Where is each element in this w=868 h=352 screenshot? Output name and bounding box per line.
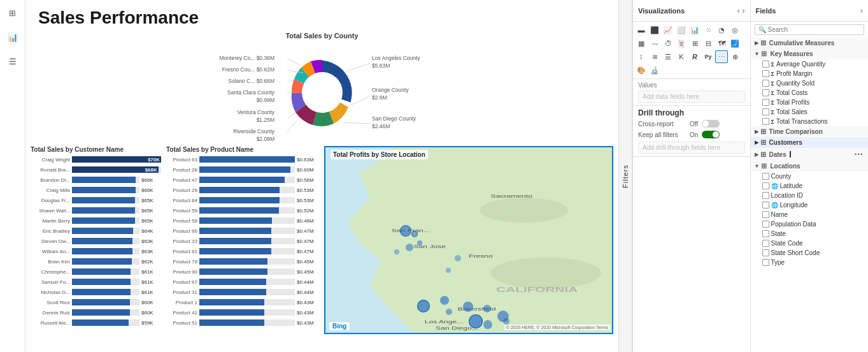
viz-icon-bar[interactable]: ▬ [635, 24, 648, 36]
field-total-sales[interactable]: Σ Total Sales [751, 107, 869, 117]
viz-icon-filled-map[interactable]: 🗾 [729, 37, 741, 50]
group-dates-header[interactable]: ▶ ⊞ Dates ⋯ [751, 148, 869, 161]
field-total-profits[interactable]: Σ Total Profits [751, 98, 869, 107]
sidebar-icon-grid[interactable]: ⊞ [5, 5, 20, 20]
field-state-short-code-label: State Short Code [771, 249, 820, 256]
bar-track [199, 319, 295, 326]
group-locations-header[interactable]: ▼ ⊞ Locations [751, 161, 869, 172]
viz-icon-funnel[interactable]: ⏖ [648, 37, 661, 50]
viz-icon-treemap[interactable]: ▦ [635, 37, 648, 50]
viz-icon-ribbon[interactable]: ≋ [648, 50, 661, 63]
field-population[interactable]: Population Data [751, 219, 869, 229]
keep-filters-toggle[interactable] [702, 131, 720, 138]
field-total-transactions[interactable]: Σ Total Transactions [751, 117, 869, 126]
bar-value: $0.47M [295, 238, 319, 244]
bar-label: Product 90 [166, 269, 199, 275]
viz-icon-card[interactable]: 🃏 [675, 37, 688, 50]
field-longitude[interactable]: 🌐 Longitude [751, 200, 869, 210]
viz-icon-donut[interactable]: ◎ [729, 24, 741, 36]
viz-icon-map[interactable]: 🗺 [715, 37, 728, 50]
field-avg-qty-cb[interactable] [762, 61, 769, 68]
field-profit-margin-cb[interactable] [762, 70, 769, 77]
viz-icon-table[interactable]: ⊞ [688, 37, 701, 50]
viz-icon-matrix[interactable]: ⊟ [702, 37, 715, 50]
bar-value: $63K [139, 238, 161, 244]
field-longitude-cb[interactable] [762, 202, 769, 209]
sigma-icon-ts: Σ [771, 109, 774, 115]
viz-icon-col[interactable]: ⬛ [648, 24, 661, 36]
field-qty-sold-cb[interactable] [762, 80, 769, 87]
viz-panel-arrow-left[interactable]: ‹ [737, 6, 740, 15]
add-field-placeholder[interactable]: Add data fields here [638, 91, 745, 103]
field-state-cb[interactable] [762, 230, 769, 237]
field-type[interactable]: Type [751, 258, 869, 267]
viz-icon-R[interactable]: R [688, 50, 701, 63]
field-county-cb[interactable] [762, 173, 769, 180]
viz-icon-combo[interactable]: 📊 [688, 24, 701, 36]
cross-report-toggle[interactable] [702, 120, 720, 128]
field-location-id[interactable]: Location ID [751, 191, 869, 200]
viz-icon-Py[interactable]: Py [702, 50, 715, 63]
viz-icon-area[interactable]: ⬜ [675, 24, 688, 36]
field-total-costs-cb[interactable] [762, 89, 769, 96]
fields-search-bar[interactable]: 🔍 [755, 24, 865, 35]
field-state-short-code[interactable]: State Short Code [751, 248, 869, 258]
field-qty-sold[interactable]: Σ Quantity Sold [751, 78, 869, 88]
field-total-profits-cb[interactable] [762, 99, 769, 106]
field-state-code[interactable]: State Code [751, 238, 869, 248]
field-name[interactable]: Name [751, 210, 869, 219]
viz-icon-analytics[interactable]: 🔬 [648, 64, 661, 77]
bar-track [72, 319, 139, 326]
bar-fill: $70K [72, 156, 161, 163]
group-locations-label: Locations [770, 163, 800, 170]
field-total-transactions-cb[interactable] [762, 118, 769, 125]
field-total-costs[interactable]: Σ Total Costs [751, 88, 869, 98]
viz-icon-pie[interactable]: ◔ [715, 24, 728, 36]
field-state-short-code-cb[interactable] [762, 249, 769, 256]
filters-tab[interactable]: Filters [618, 0, 632, 352]
field-latitude-cb[interactable] [762, 182, 769, 189]
group-cumulative-header[interactable]: ▶ ⊞ Cumulative Measures [751, 38, 869, 48]
add-drill-placeholder[interactable]: Add drill-through fields here [638, 142, 745, 154]
viz-icon-gauge[interactable]: ⏱ [662, 37, 674, 50]
field-type-cb[interactable] [762, 259, 769, 266]
viz-icon-line[interactable]: 📈 [662, 24, 674, 36]
viz-icon-slicer[interactable]: ☰ [662, 50, 674, 63]
field-name-cb[interactable] [762, 211, 769, 218]
field-location-id-cb[interactable] [762, 192, 769, 199]
viz-panel-arrow-right[interactable]: › [743, 6, 745, 15]
text-cursor [790, 151, 791, 158]
search-input[interactable] [768, 26, 861, 33]
bar-chart-customers[interactable]: Total Sales by Customer Name Craig Wrigh… [31, 146, 161, 328]
group-customers-header[interactable]: ▶ ⊞ Customers [751, 137, 869, 148]
field-population-cb[interactable] [762, 221, 769, 228]
field-state-code-cb[interactable] [762, 240, 769, 247]
bar-value: $0.44M [295, 290, 319, 295]
viz-icon-more1[interactable]: ⋯ [715, 50, 728, 63]
field-latitude[interactable]: 🌐 Latitude [751, 181, 869, 191]
group-time-header[interactable]: ▶ ⊞ Time Comparison [751, 126, 869, 137]
field-total-sales-cb[interactable] [762, 108, 769, 115]
field-avg-qty[interactable]: Σ Average Quantity [751, 59, 869, 69]
bar-row-product-3: Product 29 $0.53M [166, 186, 319, 194]
page-title: Sales Performance [25, 0, 618, 32]
viz-icon-kpi[interactable]: K [675, 50, 688, 63]
viz-icon-format[interactable]: 🎨 [635, 64, 648, 77]
fields-panel-arrow[interactable]: › [860, 6, 863, 15]
field-profit-margin[interactable]: Σ Profit Margin [751, 69, 869, 78]
viz-icon-scatter[interactable]: ⁙ [702, 24, 715, 36]
sidebar-icon-layers[interactable]: ☰ [5, 54, 20, 69]
dates-more-btn[interactable]: ⋯ [853, 149, 864, 159]
sidebar-icon-chart[interactable]: 📊 [5, 29, 20, 45]
bar-chart-products[interactable]: Total Sales by Product Name Product 63 $… [166, 146, 319, 328]
group-key-measures-header[interactable]: ▼ ⊞ Key Measures [751, 48, 869, 59]
field-county[interactable]: County [751, 172, 869, 181]
viz-icon-more2[interactable]: ⊕ [729, 50, 741, 63]
bar-row-product-10: Product 79 $0.45M [166, 257, 319, 266]
svg-point-15 [302, 72, 343, 113]
viz-icon-waterfall[interactable]: ⫶ [635, 50, 648, 63]
map-container[interactable]: Total Profits by Store Location Sacramen… [324, 146, 613, 334]
bar-track [72, 238, 139, 244]
donut-chart[interactable]: Total Sales by County Monterey Co... $0.… [176, 32, 469, 143]
field-state[interactable]: State [751, 229, 869, 238]
